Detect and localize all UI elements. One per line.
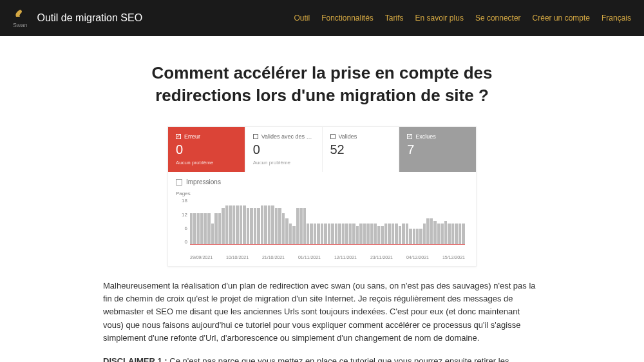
bar (292, 226, 295, 244)
bar (317, 224, 319, 244)
bar (374, 224, 376, 244)
stat-row: Erreur0Aucun problèmeValides avec des …0… (168, 127, 476, 172)
bar (200, 213, 203, 244)
nav-outil[interactable]: Outil (294, 14, 310, 23)
bar (211, 224, 214, 244)
bar (254, 208, 256, 244)
bar (433, 221, 436, 244)
bar (370, 224, 373, 244)
bar (197, 213, 200, 244)
bar (359, 224, 362, 244)
bar (451, 224, 454, 244)
bar (296, 208, 299, 244)
stat-value: 0 (253, 142, 314, 157)
checkbox-icon (330, 134, 336, 139)
stat-box[interactable]: Erreur0Aucun problème (168, 127, 245, 172)
bar (448, 224, 450, 244)
page-title: Comment accélérer la prise en compte des… (103, 62, 541, 107)
bar (406, 224, 408, 244)
bar (409, 229, 412, 244)
bar (289, 224, 292, 244)
stat-box[interactable]: Valides avec des …0Aucun problème (245, 127, 323, 172)
bar (282, 213, 285, 244)
disclaimer-1: DISCLAIMER 1 : Ce n'est pas parce que vo… (103, 355, 541, 362)
bar (338, 224, 341, 244)
logo[interactable]: Swan (13, 8, 28, 28)
chart-body: Impressions Pages 181260 29/09/202110/10… (168, 172, 476, 266)
bar (214, 213, 217, 244)
impressions-label: Impressions (186, 178, 221, 186)
bar (229, 205, 231, 244)
bar (399, 226, 401, 244)
swan-icon (14, 8, 26, 21)
y-tick: 12 (176, 212, 187, 218)
bar (236, 205, 238, 244)
x-tick: 10/10/2021 (226, 255, 249, 260)
stat-label: Valides avec des … (261, 133, 312, 140)
bar (232, 205, 235, 244)
bar (250, 208, 252, 244)
y-axis: 181260 (176, 198, 187, 245)
bar (257, 208, 260, 244)
bar (440, 224, 443, 244)
x-tick: 29/09/2021 (190, 255, 213, 260)
disclaimer-1-text: Ce n'est pas parce que vous mettez en pl… (103, 356, 534, 362)
bar (204, 213, 207, 244)
bar (377, 226, 380, 244)
bar (356, 226, 359, 244)
x-axis: 29/09/202110/10/202121/10/202101/11/2021… (176, 252, 468, 260)
impressions-toggle[interactable]: Impressions (176, 178, 468, 186)
stat-label: Erreur (184, 133, 200, 140)
bar (437, 224, 440, 244)
bar (395, 224, 397, 244)
bar (345, 224, 348, 244)
bar (381, 226, 383, 244)
bar (303, 208, 306, 244)
bar (363, 224, 366, 244)
x-tick: 21/10/2021 (262, 255, 285, 260)
stat-box[interactable]: Exclues7 (399, 127, 476, 172)
bar (285, 218, 288, 244)
y-tick: 18 (176, 198, 187, 204)
stat-value: 52 (330, 142, 392, 157)
nav-creer-compte[interactable]: Créer un compte (533, 14, 590, 23)
bar (218, 213, 221, 244)
nav-se-connecter[interactable]: Se connecter (475, 14, 521, 23)
bars (190, 198, 465, 245)
stat-box[interactable]: Valides52 (323, 127, 400, 172)
bar (426, 218, 429, 244)
bar (247, 208, 249, 244)
site-title: Outil de migration SEO (37, 12, 143, 24)
bar (190, 213, 193, 244)
stat-sub: Aucun problème (253, 160, 314, 166)
bar (314, 224, 316, 244)
bar (349, 224, 352, 244)
bar (335, 224, 337, 244)
bar (331, 224, 334, 244)
bar (423, 224, 426, 244)
nav-tarifs[interactable]: Tarifs (385, 14, 404, 23)
bar (207, 213, 210, 244)
stat-sub: Aucun problème (176, 160, 237, 166)
header: Swan Outil de migration SEO Outil Foncti… (0, 0, 644, 36)
bar (342, 224, 345, 244)
x-tick: 04/12/2021 (406, 255, 429, 260)
x-tick: 23/11/2021 (370, 255, 393, 260)
nav-fonctionnalites[interactable]: Fonctionnalités (321, 14, 374, 23)
y-axis-label: Pages (176, 191, 468, 196)
checkbox-icon (176, 179, 182, 186)
x-tick: 01/11/2021 (298, 255, 321, 260)
bar (402, 224, 404, 244)
bar (459, 224, 461, 244)
x-tick: 12/11/2021 (334, 255, 357, 260)
bar (430, 218, 433, 244)
bar (310, 224, 312, 244)
main-nav: Outil Fonctionnalités Tarifs En savoir p… (294, 14, 631, 23)
nav-en-savoir-plus[interactable]: En savoir plus (415, 14, 464, 23)
stat-label: Exclues (415, 133, 436, 140)
content: Comment accélérer la prise en compte des… (0, 36, 644, 362)
disclaimer-1-label: DISCLAIMER 1 : (103, 356, 167, 362)
nav-francais[interactable]: Français (601, 14, 631, 23)
bar (240, 205, 242, 244)
bar (419, 229, 422, 244)
